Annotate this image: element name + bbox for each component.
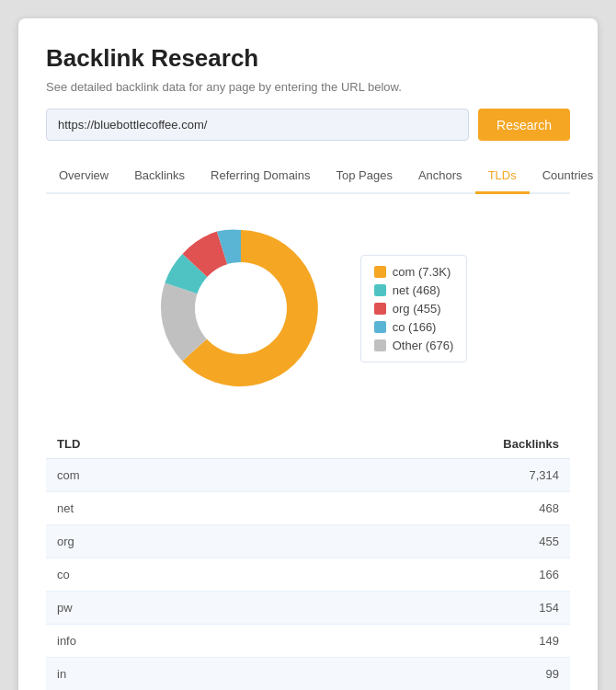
backlinks-cell: 455 — [539, 535, 559, 548]
backlinks-cell: 7,314 — [529, 468, 559, 482]
legend-label: co (166) — [393, 320, 437, 334]
table-header: TLD Backlinks — [46, 430, 570, 459]
chart-section: com (7.3K) net (468) org (455) co (166) … — [46, 216, 570, 400]
legend-label: com (7.3K) — [393, 265, 451, 279]
tab-overview[interactable]: Overview — [46, 159, 121, 194]
backlinks-cell: 149 — [539, 634, 559, 648]
research-button[interactable]: Research — [478, 109, 570, 141]
backlinks-cell: 468 — [539, 501, 559, 515]
legend-color — [374, 321, 386, 333]
table-row: pw 154 — [46, 592, 570, 625]
legend-color — [374, 339, 386, 351]
tab-top-pages[interactable]: Top Pages — [323, 159, 405, 194]
main-card: Backlink Research See detailed backlink … — [18, 18, 598, 690]
url-input[interactable] — [46, 109, 469, 141]
tabs-bar: OverviewBacklinksReferring DomainsTop Pa… — [46, 159, 570, 194]
tld-cell: net — [57, 501, 539, 515]
tld-cell: info — [57, 634, 539, 648]
tab-referring-domains[interactable]: Referring Domains — [198, 159, 323, 194]
col-header-tld: TLD — [57, 437, 503, 451]
tab-countries[interactable]: Countries — [530, 159, 607, 194]
legend-item: com (7.3K) — [374, 265, 453, 279]
svg-point-0 — [195, 262, 287, 354]
page-title: Backlink Research — [46, 44, 570, 73]
chart-legend: com (7.3K) net (468) org (455) co (166) … — [360, 255, 467, 362]
legend-item: Other (676) — [374, 339, 453, 352]
table-row: info 149 — [46, 625, 570, 658]
tld-cell: com — [57, 468, 529, 482]
table-row: net 468 — [46, 492, 570, 525]
data-table: TLD Backlinks com 7,314 net 468 org 455 … — [46, 430, 570, 690]
tab-tlds[interactable]: TLDs — [475, 159, 530, 194]
legend-color — [374, 303, 386, 315]
tab-backlinks[interactable]: Backlinks — [121, 159, 198, 194]
table-row: co 166 — [46, 558, 570, 592]
col-header-backlinks: Backlinks — [503, 437, 559, 451]
legend-color — [374, 266, 386, 278]
table-row: in 99 — [46, 658, 570, 690]
legend-label: org (455) — [393, 302, 441, 316]
tld-cell: org — [57, 535, 539, 548]
search-row: Research — [46, 109, 570, 141]
legend-item: org (455) — [374, 302, 453, 316]
page-subtitle: See detailed backlink data for any page … — [46, 80, 570, 94]
tab-anchors[interactable]: Anchors — [405, 159, 475, 194]
legend-color — [374, 284, 386, 296]
donut-chart — [149, 216, 351, 400]
tld-cell: in — [57, 667, 546, 681]
backlinks-cell: 99 — [546, 667, 559, 681]
tld-cell: pw — [57, 601, 539, 615]
table-row: org 455 — [46, 525, 570, 558]
legend-item: net (468) — [374, 283, 453, 297]
backlinks-cell: 154 — [539, 601, 559, 615]
tld-cell: co — [57, 568, 539, 581]
legend-item: co (166) — [374, 320, 453, 334]
backlinks-cell: 166 — [539, 568, 559, 581]
legend-label: Other (676) — [393, 339, 453, 352]
table-row: com 7,314 — [46, 459, 570, 492]
legend-label: net (468) — [393, 283, 440, 297]
